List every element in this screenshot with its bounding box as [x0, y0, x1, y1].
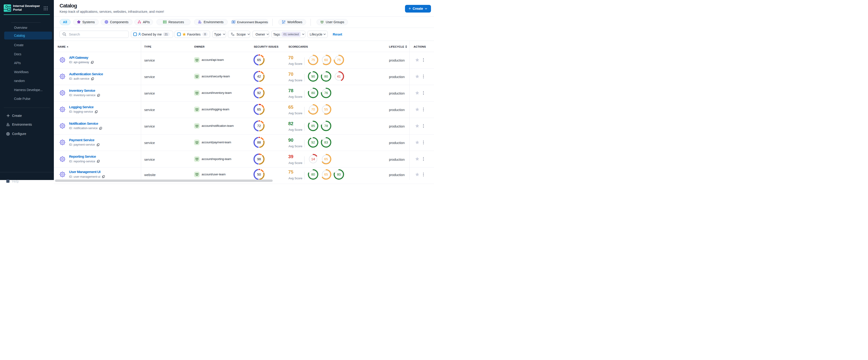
- svg-text:75: 75: [311, 58, 315, 62]
- svg-text:65: 65: [257, 58, 261, 62]
- svg-text:92: 92: [311, 141, 315, 145]
- svg-text:80: 80: [311, 91, 315, 95]
- svg-text:88: 88: [257, 141, 261, 144]
- svg-text:90: 90: [311, 74, 315, 78]
- svg-text:80: 80: [311, 173, 315, 176]
- svg-text:75: 75: [337, 58, 341, 62]
- svg-text:70: 70: [311, 108, 315, 111]
- svg-text:65: 65: [324, 157, 328, 161]
- svg-text:72: 72: [257, 124, 261, 128]
- svg-text:85: 85: [311, 124, 315, 128]
- svg-text:76: 76: [324, 91, 328, 95]
- svg-text:14: 14: [311, 157, 315, 161]
- svg-text:A: A: [233, 21, 234, 23]
- svg-text:60: 60: [324, 58, 328, 62]
- svg-text:55: 55: [324, 108, 328, 111]
- svg-text:50: 50: [257, 173, 261, 176]
- svg-text:41: 41: [337, 74, 341, 78]
- svg-text:42: 42: [257, 74, 261, 78]
- svg-text:92: 92: [257, 91, 261, 95]
- svg-text:80: 80: [324, 74, 328, 78]
- svg-text:80: 80: [337, 173, 341, 176]
- svg-text:83: 83: [324, 141, 328, 145]
- svg-text:65: 65: [257, 108, 261, 111]
- svg-text:78: 78: [324, 124, 328, 128]
- svg-text:98: 98: [257, 157, 261, 161]
- svg-text:65: 65: [324, 173, 328, 176]
